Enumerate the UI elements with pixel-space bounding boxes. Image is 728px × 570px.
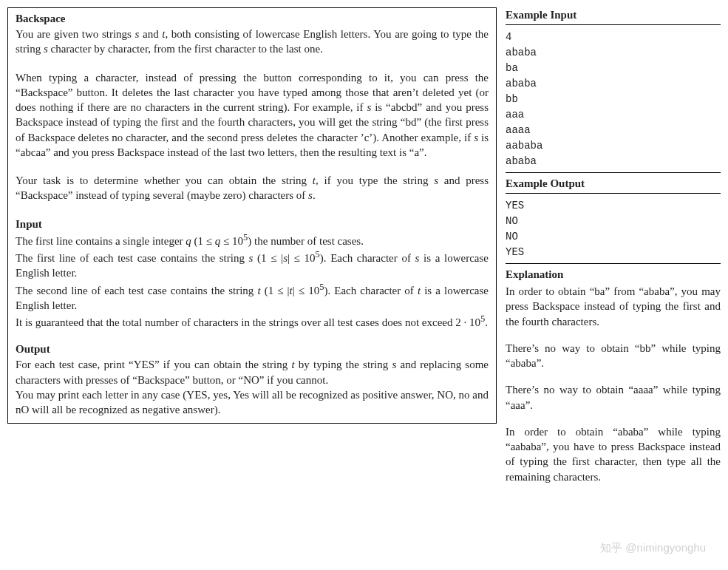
intro-paragraph: You are given two strings s and t, both … — [16, 27, 489, 57]
task-text: Your task is to determine whether you ca… — [16, 174, 489, 201]
input-line-1: The first line contains a single integer… — [16, 231, 489, 248]
input-l3a: The second line of each test case contai… — [16, 285, 319, 296]
input-line-4: It is guaranteed that the total number o… — [16, 313, 489, 330]
input-heading: Input — [16, 217, 489, 231]
output-p2: You may print each letter in any case (Y… — [16, 387, 489, 418]
input-line-2: The first line of each test case contain… — [16, 248, 489, 281]
input-l4b: . — [485, 316, 488, 328]
rule — [506, 263, 721, 264]
input-l2a: The first line of each test case contain… — [16, 252, 316, 264]
page-container: Backspace You are given two strings s an… — [7, 7, 721, 484]
example-input-block: 4 ababa ba ababa bb aaa aaaa aababa abab… — [506, 30, 721, 169]
example-input-heading: Example Input — [506, 9, 721, 21]
rule — [506, 193, 721, 194]
input-line-3: The second line of each test case contai… — [16, 281, 489, 313]
explanation-p2: There’s no way to obtain “bb” while typi… — [506, 341, 721, 371]
input-l4a: It is guaranteed that the total number o… — [16, 316, 480, 328]
explanation-p3: There’s no way to obtain “aaaa” while ty… — [506, 382, 721, 413]
input-l1a: The first line contains a single integer… — [16, 235, 243, 247]
rule — [506, 172, 721, 173]
explanation-p1: In order to obtain “ba” from “ababa”, yo… — [506, 284, 721, 329]
input-l1b: ) the number of test cases. — [248, 235, 364, 247]
explanation-p4: In order to obtain “ababa” while typing … — [506, 424, 721, 484]
output-heading: Output — [16, 343, 489, 356]
intro-text: You are given two strings s and t, both … — [16, 28, 489, 55]
example-column: Example Input 4 ababa ba ababa bb aaa aa… — [506, 7, 721, 484]
problem-title: Backspace — [16, 13, 489, 25]
example-output-heading: Example Output — [506, 177, 721, 190]
output-p1: For each test case, print “YES” if you c… — [16, 357, 489, 387]
task-paragraph: Your task is to determine whether you ca… — [16, 173, 489, 203]
output-section: Output For each test case, print “YES” i… — [16, 343, 489, 417]
description-paragraph: When typing a character, instead of pres… — [16, 70, 489, 160]
explanation-heading: Explanation — [506, 268, 721, 281]
input-section: Input The first line contains a single i… — [16, 217, 489, 330]
example-output-block: YES NO NO YES — [506, 198, 721, 260]
description-text: When typing a character, instead of pres… — [16, 72, 489, 158]
rule — [506, 24, 721, 25]
problem-statement-box: Backspace You are given two strings s an… — [7, 7, 497, 424]
